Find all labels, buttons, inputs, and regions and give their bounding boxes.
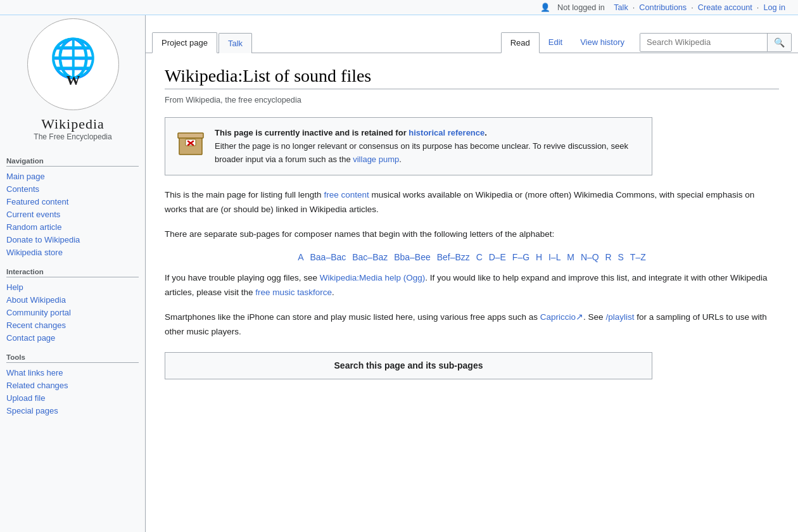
- sidebar-nav-link[interactable]: Recent changes: [6, 320, 66, 330]
- alphabet-link[interactable]: C: [476, 252, 483, 262]
- page-title: Wikipedia:List of sound files: [165, 66, 779, 89]
- svg-rect-4: [178, 133, 203, 138]
- search-box: 🔍: [640, 33, 792, 52]
- alphabet-link[interactable]: S: [618, 252, 624, 262]
- list-item: About Wikipedia: [6, 294, 145, 307]
- search-button[interactable]: 🔍: [767, 34, 791, 51]
- wikipedia-globe-icon: 🌐 W: [24, 15, 122, 113]
- alphabet-link[interactable]: D–E: [489, 252, 506, 262]
- log-in-link[interactable]: Log in: [763, 3, 785, 12]
- alphabet-links: A Baa–Bac Bac–Baz Bba–Bee Bef–Bzz C D–E …: [165, 252, 779, 262]
- nav-list: Main pageContentsFeatured contentCurrent…: [6, 170, 145, 259]
- talk-link[interactable]: Talk: [614, 3, 628, 12]
- notice-box: This page is currently inactive and is r…: [165, 117, 652, 175]
- archive-icon: [175, 127, 206, 157]
- sidebar-nav-link[interactable]: About Wikipedia: [6, 295, 66, 305]
- sidebar-navigation: Navigation Main pageContentsFeatured con…: [6, 157, 145, 417]
- sidebar-nav-link[interactable]: Upload file: [6, 393, 45, 403]
- search-sub-box: Search this page and its sub-pages: [165, 352, 652, 379]
- not-logged-in-icon: 👤: [540, 3, 550, 12]
- list-item: Contents: [6, 183, 145, 196]
- sidebar-nav-link[interactable]: Community portal: [6, 308, 71, 317]
- list-item: Recent changes: [6, 319, 145, 332]
- body-para1: This is the main page for listing full l…: [165, 188, 773, 217]
- list-item: Community portal: [6, 307, 145, 319]
- content-area: Project page Talk Read Edit View history…: [146, 15, 798, 532]
- svg-text:W: W: [66, 72, 80, 88]
- body-para4: Smartphones like the iPhone can store an…: [165, 310, 773, 339]
- alphabet-link[interactable]: T–Z: [630, 252, 646, 262]
- sidebar-nav-link[interactable]: Current events: [6, 210, 60, 219]
- capriccio-link[interactable]: Capriccio↗: [540, 312, 583, 322]
- from-wiki: From Wikipedia, the free encyclopedia: [165, 96, 779, 104]
- tab-left: Project page Talk: [152, 32, 501, 53]
- free-content-link[interactable]: free content: [324, 190, 369, 200]
- list-item: What links here: [6, 367, 145, 379]
- list-item: Wikipedia store: [6, 246, 145, 259]
- sidebar-nav-link[interactable]: Special pages: [6, 406, 58, 415]
- main-content: Wikipedia:List of sound files From Wikip…: [146, 53, 798, 532]
- alphabet-link[interactable]: M: [567, 252, 574, 262]
- ogg-help-link[interactable]: Wikipedia:Media help (Ogg): [320, 273, 426, 282]
- tab-edit[interactable]: Edit: [540, 32, 571, 52]
- list-item: Featured content: [6, 196, 145, 208]
- list-item: Related changes: [6, 379, 145, 392]
- tab-bar: Project page Talk Read Edit View history…: [146, 15, 798, 53]
- interaction-section-title: Interaction: [6, 268, 139, 277]
- not-logged-in-text: Not logged in: [557, 3, 605, 12]
- sidebar-nav-link[interactable]: Donate to Wikipedia: [6, 235, 80, 244]
- alphabet-link[interactable]: F–G: [512, 252, 529, 262]
- list-item: Upload file: [6, 392, 145, 405]
- village-pump-link[interactable]: village pump: [353, 155, 399, 164]
- sidebar-nav-link[interactable]: Contents: [6, 184, 39, 194]
- interaction-list: HelpAbout WikipediaCommunity portalRecen…: [6, 281, 145, 345]
- sidebar-nav-link[interactable]: Featured content: [6, 197, 68, 206]
- tools-list: What links hereRelated changesUpload fil…: [6, 367, 145, 417]
- notice-text: This page is currently inactive and is r…: [215, 127, 642, 166]
- alphabet-link[interactable]: Baa–Bac: [310, 252, 346, 262]
- alphabet-link[interactable]: Bef–Bzz: [437, 252, 470, 262]
- sidebar: 🌐 W Wikipedia The Free Encyclopedia Navi…: [0, 15, 146, 532]
- taskforce-link[interactable]: free music taskforce: [255, 288, 332, 297]
- playlist-link[interactable]: /playlist: [605, 312, 634, 322]
- notice-bold: This page is currently inactive and is r…: [215, 128, 487, 137]
- list-item: Random article: [6, 221, 145, 234]
- historical-ref-link[interactable]: historical reference: [408, 128, 484, 137]
- sidebar-nav-link[interactable]: Help: [6, 282, 23, 292]
- body-para3: If you have trouble playing ogg files, s…: [165, 271, 773, 300]
- sidebar-nav-link[interactable]: Contact page: [6, 333, 55, 343]
- sidebar-nav-link[interactable]: Related changes: [6, 381, 68, 390]
- wiki-subtitle: The Free Encyclopedia: [0, 132, 146, 141]
- alphabet-link[interactable]: N–Q: [581, 252, 599, 262]
- search-sub-label: Search this page and its sub-pages: [334, 360, 483, 370]
- list-item: Current events: [6, 208, 145, 221]
- alphabet-link[interactable]: H: [536, 252, 542, 262]
- tab-view-history[interactable]: View history: [571, 32, 633, 52]
- tab-right: Read Edit View history 🔍: [501, 32, 792, 53]
- body-para2: There are separate sub-pages for compose…: [165, 227, 773, 242]
- tab-read[interactable]: Read: [501, 32, 540, 53]
- list-item: Help: [6, 281, 145, 294]
- create-account-link[interactable]: Create account: [698, 3, 752, 12]
- nav-section-title: Navigation: [6, 157, 139, 167]
- search-input[interactable]: [640, 34, 767, 51]
- sidebar-nav-link[interactable]: What links here: [6, 368, 63, 377]
- list-item: Contact page: [6, 332, 145, 345]
- alphabet-link[interactable]: R: [605, 252, 612, 262]
- sidebar-nav-link[interactable]: Random article: [6, 222, 61, 232]
- list-item: Donate to Wikipedia: [6, 234, 145, 246]
- tab-project-page[interactable]: Project page: [152, 32, 217, 53]
- tab-talk[interactable]: Talk: [218, 33, 252, 53]
- list-item: Main page: [6, 170, 145, 183]
- list-item: Special pages: [6, 405, 145, 417]
- alphabet-link[interactable]: I–L: [548, 252, 560, 262]
- alphabet-link[interactable]: A: [298, 252, 303, 262]
- sidebar-nav-link[interactable]: Wikipedia store: [6, 248, 63, 257]
- logo-area: 🌐 W Wikipedia The Free Encyclopedia: [0, 0, 146, 141]
- tools-section-title: Tools: [6, 353, 139, 363]
- alphabet-link[interactable]: Bac–Baz: [352, 252, 388, 262]
- contributions-link[interactable]: Contributions: [639, 3, 687, 12]
- sidebar-nav-link[interactable]: Main page: [6, 172, 45, 181]
- alphabet-link[interactable]: Bba–Bee: [394, 252, 431, 262]
- wiki-title: Wikipedia: [0, 116, 146, 132]
